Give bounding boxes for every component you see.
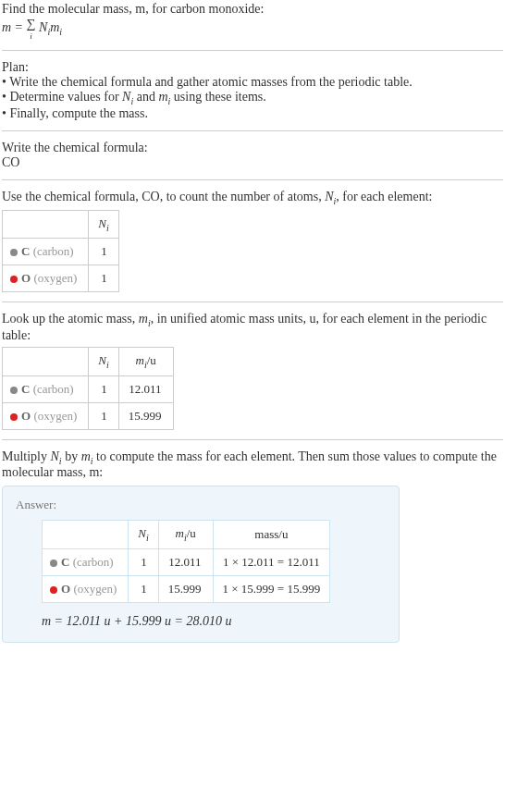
oxygen-dot-icon (10, 276, 18, 283)
plan-b2-end: using these items. (170, 90, 265, 104)
intro-equation: m = ∑i Nimi (2, 17, 503, 41)
eq-lhs: m = (2, 20, 27, 34)
divider (2, 50, 503, 51)
plan-section: Plan: • Write the chemical formula and g… (2, 60, 503, 121)
table-row: O (oxygen) 1 15.999 1 × 15.999 = 15.999 (43, 575, 330, 602)
ni-header: Ni (89, 347, 118, 375)
carbon-dot-icon (10, 249, 18, 256)
step2-section: Use the chemical formula, CO, to count t… (2, 190, 503, 292)
step3-text: Look up the atomic mass, mi, in unified … (2, 312, 503, 343)
mi-cell: 15.999 (118, 402, 173, 429)
step1-section: Write the chemical formula: CO (2, 141, 503, 170)
element-symbol: O (21, 409, 31, 423)
element-symbol: O (61, 582, 70, 596)
ni-header-text: N (98, 216, 106, 230)
element-symbol: O (21, 271, 31, 285)
plan-b2-mi: m (158, 90, 167, 104)
divider (2, 179, 503, 180)
ni-cell: 1 (89, 375, 118, 402)
table-row: C (carbon) 1 12.011 1 × 12.011 = 12.011 (43, 548, 330, 575)
step2-text: Use the chemical formula, CO, to count t… (2, 190, 503, 206)
step1-formula: CO (2, 155, 503, 170)
mi-header-unit: /u (187, 526, 196, 540)
step4-section: Multiply Ni by mi to compute the mass fo… (2, 449, 503, 643)
oxygen-dot-icon (50, 586, 57, 594)
element-name: (oxygen) (33, 409, 77, 423)
element-cell: O (oxygen) (3, 265, 89, 292)
empty-header (3, 210, 89, 239)
intro-text: Find the molecular mass, m, for carbon m… (2, 2, 503, 17)
eq-m-sub: i (59, 27, 62, 37)
table-row: C (carbon) 1 12.011 (3, 375, 174, 402)
step3-section: Look up the atomic mass, mi, in unified … (2, 312, 503, 429)
step2-text-b: , for each element: (336, 190, 432, 203)
element-name: (carbon) (73, 555, 114, 569)
plan-title: Plan: (2, 60, 503, 75)
plan-b2-a: • Determine values for (2, 90, 122, 104)
table-header-row: Ni mi/u (3, 347, 174, 375)
mass-header: mass/u (213, 521, 330, 549)
step3-text-a: Look up the atomic mass, (2, 312, 139, 326)
step3-table: Ni mi/u C (carbon) 1 12.011 O (oxygen) 1… (2, 347, 174, 430)
eq-m: m (50, 20, 59, 34)
step2-text-a: Use the chemical formula, CO, to count t… (2, 190, 325, 203)
plan-b2-and: and (133, 90, 158, 104)
ni-cell: 1 (89, 265, 118, 292)
carbon-dot-icon (50, 560, 57, 567)
mass-header-text: mass/u (254, 527, 288, 541)
plan-bullet-2: • Determine values for Ni and mi using t… (2, 90, 503, 106)
mi-cell: 15.999 (158, 575, 213, 602)
element-symbol: C (21, 382, 30, 396)
plan-bullet-1: • Write the chemical formula and gather … (2, 75, 503, 90)
ni-header-text: N (98, 353, 106, 367)
ni-header-text: N (138, 526, 146, 540)
ni-header-sub: i (106, 222, 109, 232)
mi-cell: 12.011 (118, 375, 173, 402)
step4-text: Multiply Ni by mi to compute the mass fo… (2, 449, 503, 481)
ni-cell: 1 (89, 402, 118, 429)
table-row: C (carbon) 1 (3, 239, 119, 265)
element-cell: C (carbon) (3, 239, 89, 265)
step3-mi: m (139, 312, 148, 326)
step4-by: by (62, 449, 81, 463)
mass-cell: 1 × 12.011 = 12.011 (213, 548, 330, 575)
divider (2, 130, 503, 131)
step4-mi: m (81, 449, 91, 463)
element-name: (oxygen) (33, 271, 77, 285)
mass-cell: 1 × 15.999 = 15.999 (213, 575, 330, 602)
step4-ni: N (51, 449, 59, 463)
element-name: (oxygen) (73, 582, 117, 596)
eq-n: N (39, 20, 47, 34)
table-row: O (oxygen) 1 15.999 (3, 402, 174, 429)
mi-cell: 12.011 (158, 548, 213, 575)
step1-title: Write the chemical formula: (2, 141, 503, 155)
divider (2, 301, 503, 302)
element-name: (carbon) (33, 382, 74, 396)
ni-header: Ni (89, 210, 118, 239)
mi-header: mi/u (118, 347, 173, 375)
ni-header: Ni (129, 521, 158, 549)
divider (2, 439, 503, 440)
ni-cell: 1 (129, 575, 158, 602)
element-cell: C (carbon) (3, 375, 89, 402)
empty-header (3, 347, 89, 375)
element-cell: O (oxygen) (43, 575, 129, 602)
sigma-icon: ∑i (27, 17, 36, 41)
sigma-sub: i (27, 31, 36, 41)
element-name: (carbon) (33, 244, 74, 258)
table-header-row: Ni mi/u mass/u (43, 521, 330, 549)
step4-text-a: Multiply (2, 449, 51, 463)
intro-section: Find the molecular mass, m, for carbon m… (2, 2, 503, 41)
table-row: O (oxygen) 1 (3, 265, 119, 292)
ni-header-sub: i (106, 360, 109, 370)
mi-header-unit: /u (147, 353, 156, 367)
intro-line1: Find the molecular mass, m, for carbon m… (2, 2, 264, 16)
mi-header-text: m (135, 353, 143, 367)
table-header-row: Ni (3, 210, 119, 239)
answer-box: Answer: Ni mi/u mass/u C (carbon) 1 12.0… (2, 486, 400, 643)
element-cell: O (oxygen) (3, 402, 89, 429)
answer-label: Answer: (16, 498, 386, 512)
carbon-dot-icon (10, 387, 18, 394)
plan-bullet-3: • Finally, compute the mass. (2, 106, 503, 121)
ni-header-sub: i (146, 533, 149, 543)
